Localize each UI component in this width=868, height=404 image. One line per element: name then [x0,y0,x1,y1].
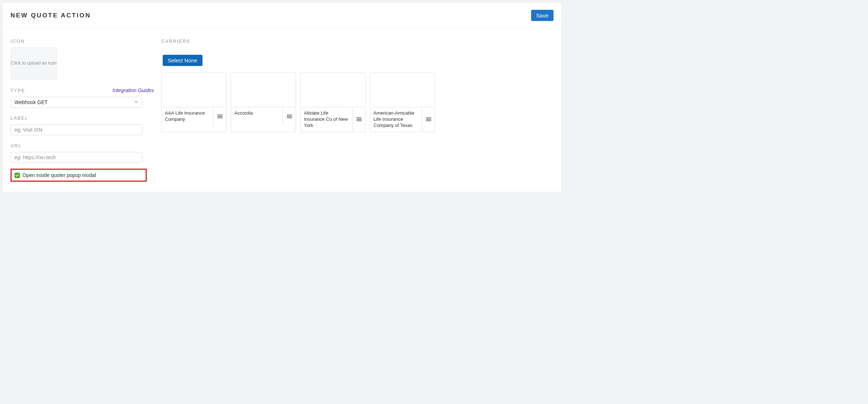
carrier-card[interactable]: Allstate Life Insurance Co of New York [300,73,366,132]
url-section-label: URL [11,143,154,148]
carrier-logo [231,73,296,107]
icon-section-label: ICON [11,39,154,44]
drag-handle-icon[interactable] [213,107,226,125]
carrier-name: AAA Life Insurance Company [162,107,213,125]
carrier-logo [162,73,226,107]
popup-modal-checkbox-row[interactable]: Open inside quoter popup modal [11,169,147,182]
integration-guides-link[interactable]: Integration Guides [113,87,154,93]
page-title: NEW QUOTE ACTION [11,12,91,19]
carrier-name: American-Amicable Life Insurance Company… [370,107,422,132]
carrier-name: Accordia [231,107,283,125]
save-button[interactable]: Save [531,10,554,21]
icon-upload-box[interactable]: Click to upload an icon [11,48,57,79]
carrier-card[interactable]: AAA Life Insurance Company [161,73,226,132]
type-select[interactable]: Webhook GET [11,97,142,108]
drag-handle-icon[interactable] [422,107,435,132]
checkbox-checked-icon [14,173,20,178]
carrier-card[interactable]: American-Amicable Life Insurance Company… [370,73,435,132]
icon-upload-text: Click to upload an icon [11,61,57,66]
type-section-label: TYPE [11,88,25,93]
carriers-section-label: CARRIERS [161,39,554,44]
label-input[interactable] [11,124,142,135]
label-section-label: LABEL [11,116,154,121]
popup-modal-checkbox-label: Open inside quoter popup modal [22,172,96,178]
select-none-button[interactable]: Select None [163,55,203,66]
drag-handle-icon[interactable] [283,107,296,125]
carrier-grid: AAA Life Insurance Company Accordia [161,73,554,132]
carrier-name: Allstate Life Insurance Co of New York [301,107,352,132]
type-select-value: Webhook GET [14,99,48,105]
carrier-card[interactable]: Accordia [231,73,296,132]
drag-handle-icon[interactable] [352,107,365,132]
carrier-logo [370,73,435,107]
url-input[interactable] [11,152,142,163]
carrier-logo [301,73,365,107]
chevron-down-icon [134,99,138,105]
